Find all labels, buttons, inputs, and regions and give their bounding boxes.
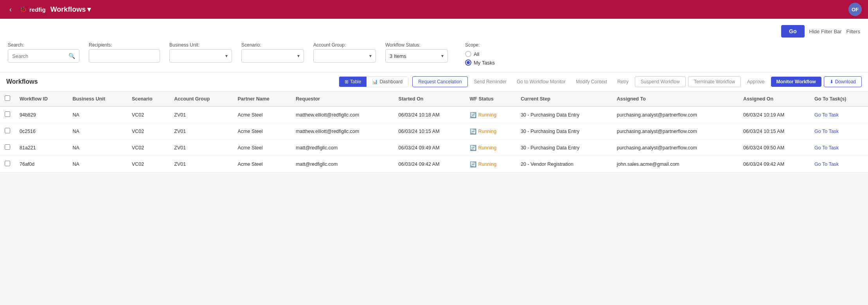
scope-all-label: All [474, 51, 479, 57]
row-checkbox[interactable] [5, 161, 10, 166]
recipients-field[interactable] [93, 53, 156, 59]
scope-my-tasks-option[interactable]: My Tasks [465, 59, 495, 66]
filter-bar: Go Hide Filter Bar Filters Search: 🔍 Rec… [0, 19, 868, 72]
select-all-checkbox[interactable] [5, 95, 10, 101]
cell-partner-name: Acme Steel [233, 140, 291, 156]
download-icon: ⬇ [830, 79, 834, 84]
workflow-status-select[interactable]: 3 Items ▾ [385, 49, 448, 63]
cell-go-to-task[interactable]: Go To Task [810, 156, 868, 172]
cell-go-to-task[interactable]: Go To Task [810, 106, 868, 123]
go-to-task-link[interactable]: Go To Task [814, 145, 839, 151]
request-cancellation-button[interactable]: Request Cancelation [412, 76, 467, 87]
recipients-label: Recipients: [89, 42, 160, 48]
scope-all-radio[interactable] [465, 51, 471, 57]
col-partner-name: Partner Name [233, 92, 291, 106]
status-badge: 🔄 Running [470, 145, 497, 151]
cell-requestor: matt@redfigllc.com [291, 140, 394, 156]
app-title[interactable]: Workflows ▾ [50, 5, 91, 14]
business-unit-group: Business Unit: ▾ [169, 42, 232, 63]
toolbar-title: Workflows [6, 78, 38, 85]
cell-assigned-on: 06/03/24 10:19 AM [739, 106, 810, 123]
monitor-workflow-button[interactable]: Monitor Workflow [771, 77, 821, 87]
back-button[interactable]: ‹ [6, 4, 15, 15]
cell-assigned-on: 06/03/24 10:15 AM [739, 123, 810, 140]
cell-wf-status: 🔄 Running [465, 106, 516, 123]
search-input-wrapper[interactable]: 🔍 [8, 49, 79, 63]
row-checkbox[interactable] [5, 144, 10, 150]
recipients-group: Recipients: [89, 42, 160, 63]
table-label: Table [350, 79, 361, 84]
download-button[interactable]: ⬇ Download [824, 76, 862, 87]
table-row: 76af0d NA VC02 ZV01 Acme Steel matt@redf… [0, 156, 868, 172]
go-to-task-link[interactable]: Go To Task [814, 129, 839, 134]
go-to-workflow-monitor-button[interactable]: Go to Workflow Monitor [513, 77, 570, 87]
recipients-input[interactable] [89, 49, 160, 63]
suspend-workflow-button[interactable]: Suspend Workflow [635, 76, 686, 87]
title-chevron: ▾ [87, 5, 91, 14]
search-group: Search: 🔍 [8, 42, 79, 63]
app-logo: 🐞 redfig [20, 6, 46, 13]
status-text: Running [478, 145, 497, 151]
search-label: Search: [8, 42, 79, 48]
row-checkbox[interactable] [5, 128, 10, 133]
workflow-status-value: 3 Items [390, 53, 406, 59]
workflow-status-chevron: ▾ [441, 53, 444, 59]
status-text: Running [478, 161, 497, 167]
hide-filter-bar-button[interactable]: Hide Filter Bar [809, 29, 842, 34]
account-group-select[interactable]: ▾ [313, 49, 376, 63]
scenario-select[interactable]: ▾ [241, 49, 304, 63]
cell-partner-name: Acme Steel [233, 156, 291, 172]
modify-context-button[interactable]: Modify Context [572, 77, 611, 87]
cell-workflow-id: 81a221 [15, 140, 68, 156]
cell-requestor: matthew.elliott@redfigllc.com [291, 106, 394, 123]
scenario-group: Scenario: ▾ [241, 42, 304, 63]
cell-current-step: 30 - Purchasing Data Entry [516, 140, 612, 156]
account-group-chevron: ▾ [369, 53, 372, 59]
row-checkbox-cell [0, 156, 15, 172]
table-icon: ⊞ [345, 79, 349, 84]
cell-partner-name: Acme Steel [233, 106, 291, 123]
cell-account-group: ZV01 [169, 140, 233, 156]
table-row: 81a221 NA VC02 ZV01 Acme Steel matt@redf… [0, 140, 868, 156]
cell-account-group: ZV01 [169, 123, 233, 140]
scope-my-tasks-radio-inner [467, 61, 470, 64]
status-text: Running [478, 129, 497, 134]
scope-options: All My Tasks [465, 51, 495, 66]
workflow-table: Workflow ID Business Unit Scenario Accou… [0, 92, 868, 172]
table-row: 0c2516 NA VC02 ZV01 Acme Steel matthew.e… [0, 123, 868, 140]
header-checkbox-cell [0, 92, 15, 106]
search-input[interactable] [12, 53, 67, 59]
dashboard-icon: 📊 [372, 79, 378, 84]
account-group-label: Account Group: [313, 42, 376, 48]
send-reminder-button[interactable]: Send Reminder [470, 77, 510, 87]
col-scenario: Scenario [127, 92, 169, 106]
scenario-chevron: ▾ [297, 53, 300, 59]
cell-scenario: VC02 [127, 106, 169, 123]
scope-my-tasks-radio[interactable] [465, 59, 471, 66]
go-button[interactable]: Go [781, 25, 804, 38]
dashboard-view-button[interactable]: 📊 Dashboard [367, 77, 408, 87]
status-icon: 🔄 [470, 145, 476, 151]
status-badge: 🔄 Running [470, 112, 497, 118]
col-assigned-to: Assigned To [612, 92, 739, 106]
retry-button[interactable]: Retry [613, 77, 633, 87]
row-checkbox[interactable] [5, 111, 10, 117]
approve-button[interactable]: Approve [743, 77, 769, 87]
table-view-button[interactable]: ⊞ Table [339, 77, 367, 87]
filter-row: Search: 🔍 Recipients: Business Unit: ▾ S… [8, 42, 860, 66]
cell-go-to-task[interactable]: Go To Task [810, 123, 868, 140]
go-to-task-link[interactable]: Go To Task [814, 112, 839, 118]
app-header: ‹ 🐞 redfig Workflows ▾ OF [0, 0, 868, 19]
view-toggle: ⊞ Table 📊 Dashboard [339, 76, 408, 87]
user-avatar[interactable]: OF [848, 3, 862, 16]
cell-current-step: 30 - Purchasing Data Entry [516, 106, 612, 123]
scope-all-option[interactable]: All [465, 51, 495, 57]
cell-wf-status: 🔄 Running [465, 140, 516, 156]
cell-go-to-task[interactable]: Go To Task [810, 140, 868, 156]
business-unit-select[interactable]: ▾ [169, 49, 232, 63]
toolbar-actions: ⊞ Table 📊 Dashboard Request Cancelation … [339, 76, 862, 87]
col-assigned-on: Assigned On [739, 92, 810, 106]
terminate-workflow-button[interactable]: Terminate Workflow [688, 76, 741, 87]
go-to-task-link[interactable]: Go To Task [814, 161, 839, 167]
filters-button[interactable]: Filters [846, 29, 860, 34]
